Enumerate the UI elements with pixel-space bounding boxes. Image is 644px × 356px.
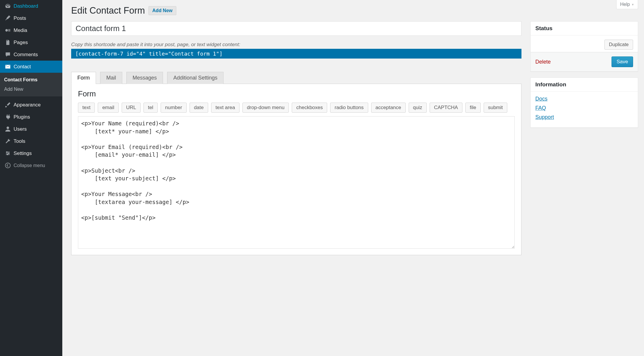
- sidebar-item-posts[interactable]: Posts: [0, 12, 62, 24]
- help-label: Help: [620, 2, 630, 7]
- sidebar-submenu: Contact Forms Add New: [0, 73, 62, 96]
- info-box-title: Information: [531, 78, 638, 92]
- tag-btn-date[interactable]: date: [190, 103, 208, 113]
- sidebar-item-label: Media: [14, 27, 27, 33]
- sidebar-item-users[interactable]: Users: [0, 123, 62, 135]
- sidebar-item-label: Dashboard: [14, 3, 38, 9]
- shortcode-display[interactable]: [contact-form-7 id="4" title="Contact fo…: [71, 49, 521, 59]
- tag-btn-number[interactable]: number: [161, 103, 187, 113]
- sidebar-item-plugins[interactable]: Plugins: [0, 111, 62, 123]
- help-tab[interactable]: Help: [616, 0, 638, 9]
- submenu-item-contact-forms[interactable]: Contact Forms: [0, 75, 62, 85]
- panel-heading: Form: [78, 89, 515, 98]
- settings-icon: [4, 150, 12, 156]
- sidebar-item-contact[interactable]: Contact: [0, 61, 62, 73]
- dashboard-icon: [4, 3, 12, 9]
- svg-point-3: [8, 153, 9, 154]
- shortcode-help-text: Copy this shortcode and paste it into yo…: [71, 42, 521, 48]
- mail-icon: [4, 64, 12, 70]
- status-box: Status Duplicate Delete Save: [530, 21, 638, 72]
- user-icon: [4, 126, 12, 132]
- form-title-input[interactable]: [71, 21, 521, 36]
- sidebar-item-label: Appearance: [14, 102, 41, 108]
- duplicate-button[interactable]: Duplicate: [604, 40, 633, 50]
- status-box-title: Status: [531, 22, 638, 35]
- sidebar-item-settings[interactable]: Settings: [0, 147, 62, 159]
- admin-sidebar: Dashboard Posts Media Pages Comments Con…: [0, 0, 62, 356]
- tag-btn-acceptance[interactable]: acceptance: [371, 103, 406, 113]
- sidebar-item-appearance[interactable]: Appearance: [0, 99, 62, 111]
- tag-btn-url[interactable]: URL: [122, 103, 141, 113]
- submenu-item-add-new[interactable]: Add New: [0, 85, 62, 94]
- sidebar-item-pages[interactable]: Pages: [0, 36, 62, 48]
- tag-btn-email[interactable]: email: [98, 103, 119, 113]
- collapse-icon: [4, 162, 12, 169]
- sidebar-item-label: Users: [14, 126, 27, 132]
- tab-form[interactable]: Form: [71, 72, 96, 84]
- sidebar-item-comments[interactable]: Comments: [0, 48, 62, 61]
- svg-point-0: [5, 29, 8, 31]
- form-code-editor[interactable]: [78, 116, 515, 249]
- svg-point-4: [7, 154, 8, 155]
- sidebar-item-label: Tools: [14, 138, 25, 144]
- comment-icon: [4, 51, 12, 58]
- info-link-support[interactable]: Support: [535, 114, 633, 120]
- brush-icon: [4, 102, 12, 108]
- tab-mail[interactable]: Mail: [100, 72, 122, 84]
- tag-btn-text[interactable]: text: [78, 103, 95, 113]
- tag-btn-file[interactable]: file: [465, 103, 481, 113]
- information-box: Information Docs FAQ Support: [530, 77, 638, 128]
- tag-btn-captcha[interactable]: CAPTCHA: [430, 103, 462, 113]
- info-link-faq[interactable]: FAQ: [535, 105, 633, 111]
- pages-icon: [4, 39, 12, 46]
- tag-btn-radio[interactable]: radio buttons: [330, 103, 368, 113]
- tag-btn-tel[interactable]: tel: [144, 103, 158, 113]
- sidebar-item-media[interactable]: Media: [0, 24, 62, 36]
- form-panel: Form text email URL tel number date text…: [71, 84, 521, 255]
- tab-messages[interactable]: Messages: [126, 72, 163, 84]
- sidebar-item-tools[interactable]: Tools: [0, 135, 62, 147]
- info-link-docs[interactable]: Docs: [535, 96, 633, 102]
- tag-btn-textarea[interactable]: text area: [211, 103, 239, 113]
- sidebar-item-label: Settings: [14, 151, 32, 156]
- sidebar-item-label: Contact: [14, 64, 31, 70]
- page-title: Edit Contact Form: [71, 5, 145, 16]
- svg-point-1: [6, 127, 9, 129]
- save-button[interactable]: Save: [612, 56, 633, 67]
- tag-btn-quiz[interactable]: quiz: [409, 103, 427, 113]
- collapse-label: Collapse menu: [14, 163, 45, 168]
- sidebar-item-dashboard[interactable]: Dashboard: [0, 0, 62, 12]
- sidebar-item-label: Posts: [14, 15, 26, 21]
- sidebar-item-label: Pages: [14, 40, 28, 46]
- sidebar-item-label: Plugins: [14, 114, 30, 120]
- sidebar-item-label: Comments: [14, 52, 38, 58]
- wrench-icon: [4, 138, 12, 144]
- delete-link[interactable]: Delete: [535, 59, 551, 65]
- svg-point-5: [5, 163, 10, 168]
- tag-btn-checkboxes[interactable]: checkboxes: [292, 103, 327, 113]
- add-new-button[interactable]: Add New: [149, 6, 176, 15]
- plug-icon: [4, 114, 12, 120]
- svg-point-2: [6, 151, 7, 153]
- collapse-menu[interactable]: Collapse menu: [0, 159, 62, 171]
- tag-btn-dropdown[interactable]: drop-down menu: [242, 103, 289, 113]
- tab-additional-settings[interactable]: Additional Settings: [167, 72, 224, 84]
- media-icon: [4, 27, 12, 33]
- editor-tabs: Form Mail Messages Additional Settings: [71, 72, 521, 84]
- pin-icon: [4, 15, 12, 21]
- main-content: Help Edit Contact Form Add New Copy this…: [62, 0, 644, 356]
- tag-btn-submit[interactable]: submit: [484, 103, 507, 113]
- tag-generator-buttons: text email URL tel number date text area…: [78, 103, 515, 113]
